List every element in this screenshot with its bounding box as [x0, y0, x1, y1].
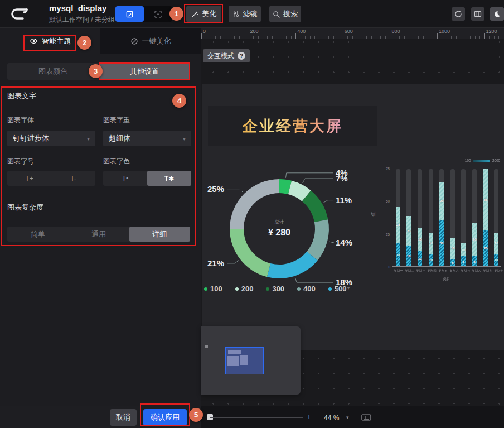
- filter-sliders-icon: [232, 11, 240, 18]
- x-category-label: 类别五: [438, 269, 446, 273]
- bar-category-axis: 类别一类别二类别三类别四类别五类别六类别七类别八类别九类别十: [392, 268, 501, 274]
- legend-label: 300: [272, 285, 284, 293]
- dashboard-preview[interactable]: 企业经营大屏 4%7%11%14%18%21%25%总计¥ 280 100200…: [202, 84, 504, 350]
- filter-button[interactable]: 滤镜: [229, 6, 261, 22]
- donut-leader-line: [303, 179, 333, 183]
- donut-slice: [267, 252, 318, 278]
- preview-mode-button[interactable]: [144, 6, 172, 22]
- search-button[interactable]: 搜索: [269, 6, 301, 22]
- legend-label: 200: [241, 285, 254, 293]
- legend-item[interactable]: 400: [297, 285, 316, 293]
- annotation-box-smart-theme: [23, 35, 76, 51]
- minimap-block: [240, 355, 248, 365]
- legend-pager[interactable]: ▲ 1/2 ▼: [335, 286, 350, 290]
- edit-icon: [125, 10, 134, 18]
- legend-item[interactable]: 300: [266, 285, 284, 293]
- annotation-box-beautify: [184, 4, 223, 23]
- y-tick-label: 25: [386, 233, 390, 237]
- search-label: 搜索: [283, 9, 298, 19]
- ruler-number: 200: [250, 28, 259, 34]
- horizontal-ruler: 020040060080010001200: [201, 28, 504, 39]
- donut-leader-line: [329, 242, 334, 243]
- donut-leader-line: [227, 260, 239, 263]
- bar-column: 2855: [483, 169, 488, 267]
- bar-value-label: 12: [418, 257, 422, 261]
- zoom-level-value[interactable]: 44 %: [324, 414, 339, 422]
- x-category-label: 类别七: [461, 269, 468, 273]
- keyboard-shortcuts-icon[interactable]: [361, 413, 371, 421]
- annotation-circle-5: 5: [189, 408, 203, 422]
- x-category-label: 类别三: [416, 269, 424, 273]
- bar-value-label: 18: [418, 238, 422, 242]
- dashboard-title-widget[interactable]: 企业经营大屏: [208, 106, 377, 146]
- annotation-circle-3: 3: [89, 64, 103, 78]
- bar-value-label: 36: [440, 242, 444, 246]
- x-category-label: 类别四: [427, 269, 435, 273]
- bar-column: 1623: [406, 169, 411, 267]
- ruler-number: 0: [203, 28, 206, 34]
- zoom-slider-track[interactable]: [210, 417, 303, 418]
- gridline: 75: [392, 169, 501, 169]
- bar-legend: 100 2000: [465, 159, 500, 163]
- ruler-number: 1200: [486, 28, 497, 34]
- minimap-block: [228, 350, 241, 354]
- dark-mode-button[interactable]: [490, 7, 504, 21]
- zoom-caret-icon[interactable]: ▾: [346, 415, 349, 420]
- refresh-button[interactable]: [452, 7, 465, 21]
- donut-leader-line: [323, 200, 333, 203]
- annotation-circle-1: 1: [169, 7, 183, 21]
- x-category-label: 类别二: [405, 269, 413, 273]
- legend-item[interactable]: 200: [235, 285, 254, 293]
- legend-label: 100: [210, 285, 222, 293]
- interaction-mode-label: 交互模式: [207, 51, 234, 61]
- x-category-label: 类别十: [494, 269, 502, 273]
- filter-label: 滤镜: [243, 9, 258, 19]
- bar-y-axis-title: 值: [370, 212, 376, 217]
- bar-column: 1828: [396, 169, 400, 267]
- legend-dot-icon: [297, 287, 301, 291]
- donut-percent-label: 7%: [336, 174, 348, 183]
- search-icon: [273, 11, 280, 18]
- ruler-number: 600: [345, 28, 353, 34]
- y-tick-label: 50: [386, 200, 390, 204]
- annotation-box-confirm: [140, 403, 190, 426]
- bar-value-label: 16: [495, 242, 498, 246]
- bar-column: 826: [472, 169, 477, 267]
- donut-slice: [230, 179, 279, 229]
- tab-one-click-beautify[interactable]: 一键美化: [100, 28, 201, 54]
- interaction-mode-badge[interactable]: 交互模式 ?: [203, 49, 250, 62]
- bar-value-label: 16: [407, 254, 411, 258]
- legend-item[interactable]: 100: [204, 285, 222, 293]
- donut-leader-line: [227, 189, 243, 193]
- donut-slice: [230, 229, 270, 277]
- gridline: 0: [392, 266, 501, 267]
- bar-value-label: 28: [396, 223, 400, 227]
- help-icon[interactable]: ?: [238, 52, 245, 60]
- bar-series-container: 1828162312181016362961681082628551016: [392, 169, 502, 267]
- cancel-button[interactable]: 取消: [110, 409, 137, 426]
- bar-value-label: 23: [407, 229, 411, 233]
- subtab-chart-color[interactable]: 图表颜色: [7, 63, 99, 80]
- bar-legend-max: 2000: [492, 159, 500, 163]
- layout-columns-button[interactable]: [471, 7, 484, 21]
- bar-column: 810: [461, 169, 466, 267]
- bar-chart: 100 2000 值 18281623121810163629616810826…: [370, 155, 502, 286]
- moon-icon: [493, 11, 501, 18]
- annotation-circle-2: 2: [77, 36, 91, 50]
- design-canvas[interactable]: 020040060080010001200 交互模式 ? 企业经营大屏 4%7%…: [201, 28, 504, 406]
- minimap-viewport[interactable]: [225, 347, 264, 374]
- legend-dot-icon: [328, 287, 332, 291]
- bar-plot-area: 1828162312181016362961681082628551016 02…: [392, 169, 501, 267]
- gridline: 50: [392, 201, 501, 201]
- app-logo-icon: [9, 6, 33, 22]
- zoom-in-button[interactable]: +: [307, 412, 311, 421]
- bar-legend-min: 100: [465, 159, 471, 163]
- minimap-handle[interactable]: [205, 345, 208, 348]
- bar-value-label: 6: [452, 261, 453, 265]
- donut-percent-label: 25%: [207, 184, 224, 194]
- breadcrumb: 默认工作空间 / 未分组: [49, 15, 115, 25]
- edit-mode-button[interactable]: [115, 6, 144, 22]
- donut-percent-label: 21%: [207, 258, 224, 268]
- donut-leader-line: [295, 278, 333, 283]
- dashboard-title-text: 企业经营大屏: [243, 116, 343, 136]
